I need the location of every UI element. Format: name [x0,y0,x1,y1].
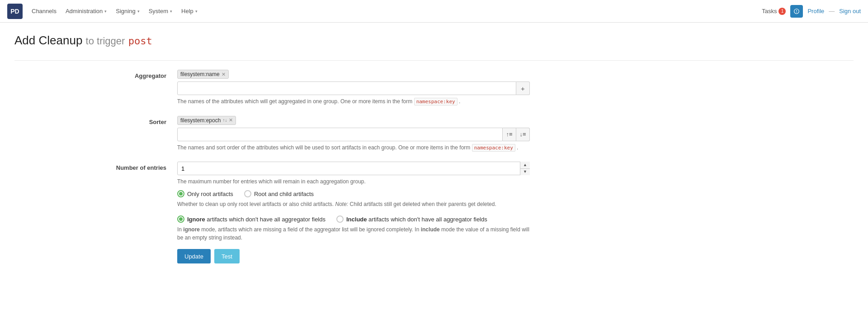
aggregator-input[interactable] [177,81,516,95]
aggregator-label: Aggregator [14,70,177,106]
aggregator-tag: filesystem:name ✕ [177,70,229,79]
ignore-option[interactable]: Ignore artifacts which don't have all ag… [177,215,326,223]
test-button[interactable]: Test [214,249,240,263]
sorter-asc-button[interactable]: ↑≡ [503,128,516,141]
nav-system-arrow: ▾ [170,9,172,14]
action-buttons: Update Test [177,249,530,263]
sorter-content: filesystem:epoch ↑↓ ✕ ↑≡ ↓≡ The names an… [177,116,530,152]
only-root-option[interactable]: Only root artifacts [177,190,233,197]
nav-signing[interactable]: Signing ▾ [116,8,139,14]
aggregator-section: Aggregator filesystem:name ✕ + The names… [14,70,854,106]
root-child-radio[interactable] [244,190,251,197]
nav-signing-arrow: ▾ [137,9,140,14]
only-root-radio[interactable] [177,190,184,197]
ignore-radio[interactable] [177,215,184,223]
entries-spinner: ▲ ▼ [520,162,530,175]
artifact-type-help: Whether to clean up only root level arti… [177,200,530,208]
signout-link[interactable]: Sign out [839,8,861,14]
sorter-tag-row: filesystem:epoch ↑↓ ✕ [177,116,530,125]
artifact-type-row: Only root artifacts Root and child artif… [177,190,530,197]
sorter-label: Sorter [14,116,177,152]
aggregator-help-text: The names of the attributes which will g… [177,97,530,106]
profile-link[interactable]: Profile [807,8,824,14]
root-child-option[interactable]: Root and child artifacts [244,190,314,197]
notification-icon[interactable] [790,5,803,18]
sorter-tag-remove[interactable]: ✕ [229,117,233,123]
entries-content: ▲ ▼ The maximum number for entries which… [177,162,530,263]
page-title: Add Cleanup to trigger post [14,34,854,48]
nav-separator: — [829,8,835,14]
entries-decrement[interactable]: ▼ [520,169,530,176]
sorter-help-code: namespace:key [472,144,515,152]
nav-system[interactable]: System ▾ [149,8,172,14]
nav-channels[interactable]: Channels [32,8,57,14]
include-option[interactable]: Include artifacts which don't have all a… [336,215,487,223]
aggregator-tag-remove[interactable]: ✕ [222,72,226,77]
sorter-help-text: The names and sort order of the attribut… [177,144,530,152]
sorter-desc-button[interactable]: ↓≡ [516,128,530,141]
update-button[interactable]: Update [177,249,211,263]
nav-administration-arrow: ▾ [104,9,107,14]
sorter-tag: filesystem:epoch ↑↓ ✕ [177,116,236,125]
aggregator-help-code: namespace:key [414,98,458,105]
brand-logo: PD [7,4,23,19]
entries-input-wrap: ▲ ▼ [177,162,530,175]
page-content: Add Cleanup to trigger post Aggregator f… [0,23,868,284]
include-radio[interactable] [336,215,344,223]
sort-icon: ↑↓ [222,118,227,123]
navbar-right: Tasks 1 Profile — Sign out [762,5,861,18]
navbar: PD Channels Administration ▾ Signing ▾ S… [0,0,868,23]
entries-increment[interactable]: ▲ [520,162,530,169]
entries-section: Number of entries ▲ ▼ The maximum number… [14,162,854,263]
sorter-input-row: ↑≡ ↓≡ [177,128,530,141]
entries-help-text: The maximum number for entries which wil… [177,177,530,186]
aggregator-add-button[interactable]: + [516,81,530,95]
nav-help[interactable]: Help ▾ [181,8,198,14]
tasks-badge[interactable]: Tasks 1 [762,8,786,15]
missing-fields-row: Ignore artifacts which don't have all ag… [177,215,530,223]
tasks-count: 1 [778,8,786,15]
entries-label: Number of entries [14,162,177,263]
sorter-section: Sorter filesystem:epoch ↑↓ ✕ ↑≡ ↓≡ The n… [14,116,854,152]
nav-administration[interactable]: Administration ▾ [66,8,107,14]
aggregator-tag-row: filesystem:name ✕ [177,70,530,79]
missing-fields-help: In ignore mode, artifacts which are miss… [177,225,530,242]
nav-help-arrow: ▾ [195,9,198,14]
entries-input[interactable] [177,162,530,175]
aggregator-input-row: + [177,81,530,95]
sorter-input[interactable] [177,128,503,141]
trigger-value: post [128,35,152,47]
divider [14,60,854,61]
aggregator-content: filesystem:name ✕ + The names of the att… [177,70,530,106]
